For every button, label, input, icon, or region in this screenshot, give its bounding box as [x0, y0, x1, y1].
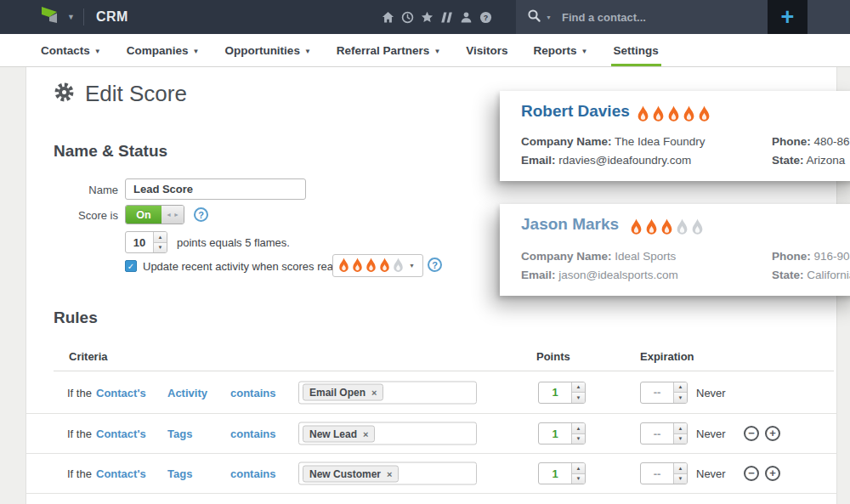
stepper-up-icon[interactable]: ▲	[154, 232, 167, 243]
toggle-slider-arrows-icon[interactable]: ◄ ►	[162, 206, 184, 224]
update-activity-label: Update recent activity when scores reach	[143, 260, 345, 273]
rule-field-link[interactable]: Tags	[167, 428, 192, 440]
tag-chip: New Customer×	[303, 465, 399, 482]
tab-reports[interactable]: Reports▼	[534, 34, 588, 66]
tab-contacts[interactable]: Contacts▼	[41, 34, 101, 66]
score-name-input[interactable]: Lead Score	[125, 178, 306, 200]
rule-points-value[interactable]: 1	[539, 382, 571, 403]
update-activity-checkbox[interactable]: ✓	[125, 260, 137, 272]
remove-rule-button[interactable]: −	[744, 426, 759, 441]
rule-tag-input[interactable]: New Lead×	[298, 422, 477, 445]
flames-threshold-select[interactable]: ▼	[332, 254, 423, 277]
stepper-up-icon[interactable]: ▲	[674, 382, 687, 394]
stepper-up-icon[interactable]: ▲	[572, 463, 585, 474]
points-column-header: Points	[536, 350, 570, 363]
top-navbar: ▼ CRM ? ▼ Find a contact... +	[0, 0, 850, 34]
home-icon[interactable]	[382, 11, 394, 24]
rule-field-link[interactable]: Tags	[167, 467, 192, 480]
rule-tag-input[interactable]: New Customer×	[298, 462, 477, 485]
rule-field-link[interactable]: Activity	[167, 386, 207, 399]
rule-expiration-stepper[interactable]: -- ▲▼	[640, 422, 688, 445]
flames-threshold-icons	[337, 258, 405, 274]
tab-settings[interactable]: Settings▼	[614, 34, 659, 66]
contact-name: Jason Marks	[521, 215, 619, 234]
stepper-up-icon[interactable]: ▲	[674, 423, 687, 434]
navbar-right-pad	[808, 0, 850, 34]
stepper-arrows[interactable]: ▲▼	[153, 232, 167, 252]
points-per-flame-stepper[interactable]: 10 ▲▼	[125, 231, 167, 253]
score-on-off-toggle[interactable]: On ◄ ►	[125, 205, 184, 224]
help-icon[interactable]: ?	[479, 11, 492, 24]
clock-icon[interactable]	[401, 11, 414, 24]
rule-points-stepper[interactable]: 1 ▲▼	[538, 382, 586, 404]
stepper-up-icon[interactable]: ▲	[572, 382, 585, 394]
contacts-icon[interactable]	[460, 11, 473, 24]
add-button[interactable]: +	[768, 0, 808, 34]
stepper-up-icon[interactable]: ▲	[674, 463, 687, 474]
search-scope-caret-icon[interactable]: ▼	[546, 14, 552, 20]
campaigns-icon[interactable]	[440, 11, 453, 24]
rule-tag-input[interactable]: Email Open×	[298, 381, 477, 404]
contact-search-box[interactable]: ▼ Find a contact...	[516, 0, 768, 34]
stepper-down-icon[interactable]: ▼	[154, 243, 167, 253]
tag-remove-icon[interactable]: ×	[387, 468, 392, 479]
select-caret-icon: ▼	[409, 263, 415, 269]
expiration-column-header: Expiration	[640, 350, 694, 363]
app-logo-icon	[39, 5, 60, 29]
rule-expiration-stepper[interactable]: -- ▲▼	[640, 462, 688, 484]
rule-expiration-stepper[interactable]: -- ▲▼	[640, 382, 688, 404]
rule-expiration-text: Never	[696, 386, 726, 399]
rule-expiration-text: Never	[696, 428, 726, 440]
company-field: Company Name: Ideal Sports	[521, 250, 676, 263]
tab-companies[interactable]: Companies▼	[127, 34, 200, 66]
points-per-flame-value[interactable]: 10	[126, 232, 153, 252]
rule-points-stepper[interactable]: 1 ▲▼	[538, 422, 586, 445]
stepper-down-icon[interactable]: ▼	[674, 393, 687, 403]
brand-area[interactable]: ▼ CRM	[39, 0, 128, 34]
rule-expiration-value[interactable]: --	[641, 463, 673, 484]
rule-points-stepper[interactable]: 1 ▲▼	[538, 462, 586, 484]
rule-row: If the Contact's Tags contains New Lead×…	[26, 414, 836, 454]
rule-points-value[interactable]: 1	[539, 463, 571, 484]
stepper-down-icon[interactable]: ▼	[572, 434, 585, 445]
svg-text:?: ?	[484, 13, 488, 21]
rule-expiration-value[interactable]: --	[641, 423, 673, 444]
name-status-heading: Name & Status	[54, 142, 167, 161]
score-help-icon[interactable]: ?	[194, 207, 208, 222]
star-icon[interactable]	[421, 11, 434, 24]
chevron-down-icon: ▼	[192, 48, 199, 55]
tab-referral-partners[interactable]: Referral Partners▼	[337, 34, 440, 66]
add-rule-button[interactable]: +	[765, 426, 780, 441]
stepper-down-icon[interactable]: ▼	[674, 434, 687, 445]
main-nav-tabs: Contacts▼ Companies▼ Opportunities▼ Refe…	[0, 34, 850, 67]
rule-subject-link[interactable]: Contact's	[96, 386, 146, 399]
tag-remove-icon[interactable]: ×	[363, 428, 368, 439]
stepper-down-icon[interactable]: ▼	[572, 474, 585, 484]
contact-card-jason-marks: Jason Marks Company Name: Ideal Sports P…	[500, 204, 850, 296]
rule-operator-link[interactable]: contains	[230, 428, 275, 440]
rule-subject-link[interactable]: Contact's	[96, 467, 146, 480]
rule-points-value[interactable]: 1	[539, 423, 571, 444]
page-title: Edit Score	[85, 81, 187, 107]
tab-visitors[interactable]: Visitors▼	[466, 34, 507, 66]
stepper-down-icon[interactable]: ▼	[674, 474, 687, 484]
rule-expiration-value[interactable]: --	[641, 382, 673, 403]
phone-field: Phone: 916-903-57	[772, 250, 850, 263]
add-rule-button[interactable]: +	[765, 466, 780, 481]
remove-rule-button[interactable]: −	[744, 466, 759, 481]
stepper-down-icon[interactable]: ▼	[572, 393, 585, 403]
contact-score-flames	[629, 218, 705, 236]
brand-chevron-down-icon[interactable]: ▼	[67, 13, 75, 21]
rules-heading: Rules	[54, 309, 98, 327]
rule-prefix: If the	[67, 428, 92, 440]
contact-score-flames	[636, 105, 711, 123]
tab-opportunities[interactable]: Opportunities▼	[224, 34, 310, 66]
email-field: Email: jason@idealsports.com	[521, 269, 678, 281]
flames-help-icon[interactable]: ?	[428, 258, 442, 272]
stepper-up-icon[interactable]: ▲	[572, 423, 585, 434]
toggle-on-segment[interactable]: On	[126, 206, 162, 224]
rule-operator-link[interactable]: contains	[230, 386, 275, 399]
tag-remove-icon[interactable]: ×	[371, 388, 377, 398]
rule-operator-link[interactable]: contains	[230, 467, 275, 480]
rule-subject-link[interactable]: Contact's	[96, 428, 146, 440]
